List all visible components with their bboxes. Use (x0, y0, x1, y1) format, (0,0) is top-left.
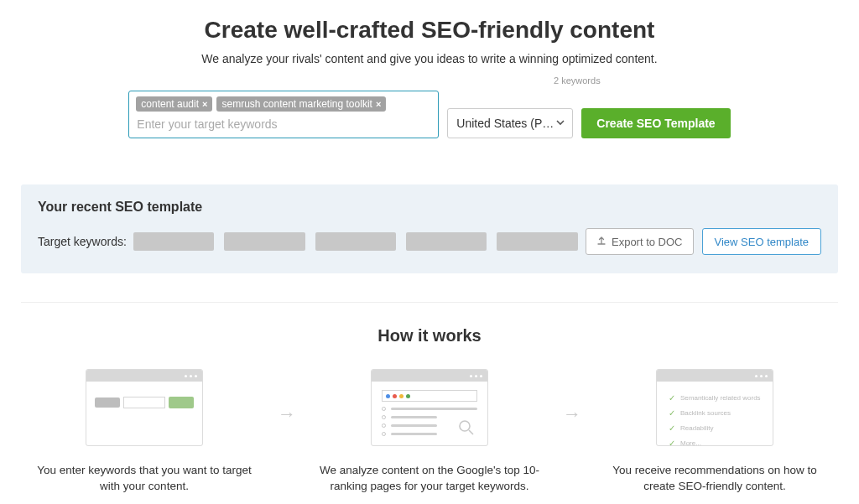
hiw-illustration-3: ✓Semantically related words ✓Backlink so… (656, 369, 773, 446)
hiw-step-3: ✓Semantically related words ✓Backlink so… (591, 369, 838, 495)
rec-item: Backlink sources (680, 409, 731, 417)
rec-item: More... (680, 439, 701, 446)
recent-template-panel: Your recent SEO template Target keywords… (21, 184, 838, 273)
recent-template-title: Your recent SEO template (38, 200, 821, 215)
keyword-tag[interactable]: semrush content marketing toolkit × (216, 96, 386, 112)
hiw-illustration-1 (86, 369, 203, 446)
check-icon: ✓ (669, 408, 675, 418)
hiw-illustration-2 (371, 369, 488, 446)
remove-tag-icon[interactable]: × (376, 99, 381, 109)
keyword-tags: content audit × semrush content marketin… (136, 96, 431, 112)
check-icon: ✓ (669, 439, 675, 446)
region-select[interactable]: United States (Pho… (447, 108, 573, 138)
chevron-down-icon (555, 117, 565, 130)
keyword-tag-label: semrush content marketing toolkit (221, 98, 372, 110)
hiw-step-2: We analyze content on the Google's top 1… (306, 369, 553, 495)
keyword-tag[interactable]: content audit × (136, 96, 212, 112)
svg-line-1 (469, 430, 473, 434)
keyword-tag-label: content audit (141, 98, 199, 110)
keyword-input-box[interactable]: content audit × semrush content marketin… (128, 91, 439, 138)
how-it-works-steps: You enter keywords that you want to targ… (21, 369, 838, 495)
remove-tag-icon[interactable]: × (202, 99, 207, 109)
hiw-step-text: You receive recommendations on how to cr… (591, 463, 838, 495)
check-icon: ✓ (669, 393, 675, 403)
magnifier-icon (457, 418, 476, 440)
keyword-count: 2 keywords (554, 75, 601, 86)
export-doc-button[interactable]: Export to DOC (586, 228, 694, 255)
arrow-right-icon: → (560, 403, 585, 425)
hiw-step-1: You enter keywords that you want to targ… (21, 369, 268, 495)
rec-item: Semantically related words (680, 394, 761, 402)
create-template-button[interactable]: Create SEO Template (581, 108, 730, 138)
region-select-label: United States (Pho… (456, 117, 555, 130)
keyword-input[interactable] (136, 116, 431, 132)
check-icon: ✓ (669, 423, 675, 433)
arrow-right-icon: → (274, 403, 299, 425)
svg-point-0 (460, 421, 470, 431)
how-it-works-title: How it works (21, 326, 838, 346)
export-icon (596, 236, 607, 248)
page-subtitle: We analyze your rivals' content and give… (21, 52, 838, 65)
create-form: 2 keywords content audit × semrush conte… (21, 91, 838, 138)
target-keywords-label: Target keywords: (38, 235, 127, 248)
page-title: Create well-crafted SEO-friendly content (21, 17, 838, 44)
rec-item: Readability (680, 424, 714, 432)
section-divider (21, 302, 838, 303)
hiw-step-text: We analyze content on the Google's top 1… (306, 463, 553, 495)
target-keywords-redacted (133, 232, 578, 251)
export-doc-label: Export to DOC (612, 236, 683, 248)
hiw-step-text: You enter keywords that you want to targ… (21, 463, 268, 495)
view-template-button[interactable]: View SEO template (702, 228, 821, 255)
